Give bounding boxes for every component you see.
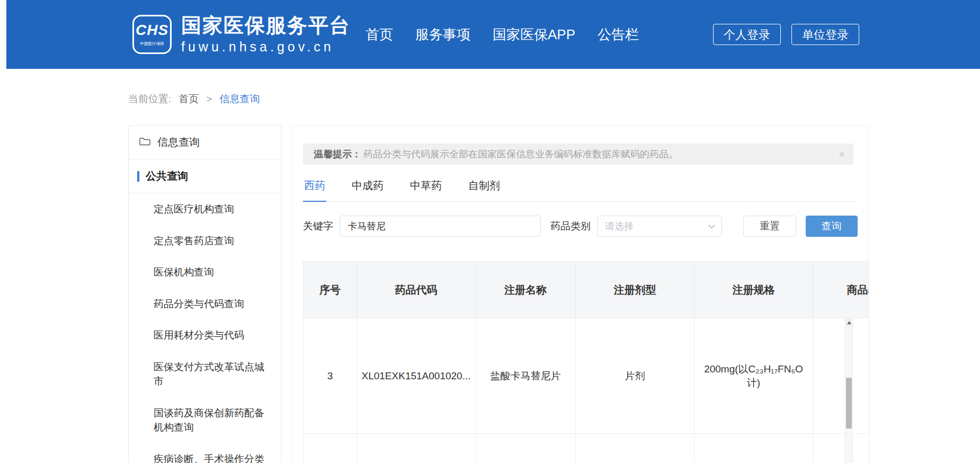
main-panel: 温馨提示： 药品分类与代码展示全部在国家医保信息业务编码标准数据库赋码的药品。 … (292, 125, 869, 463)
keyword-label: 关键字 (303, 219, 333, 233)
sidebar-item-designated-medical-institutions[interactable]: 定点医疗机构查询 (129, 193, 281, 225)
scrollbar-thumb[interactable] (846, 378, 852, 429)
cell-dosage-form: 片剂 (576, 318, 694, 433)
sidebar-root[interactable]: 信息查询 (129, 126, 281, 159)
tab-chinese-patent-medicine[interactable]: 中成药 (351, 179, 385, 201)
cell-brand-name (813, 318, 869, 433)
site-title-block: 国家医保服务平台 fuwu.nhsa.gov.cn (181, 14, 351, 55)
chs-logo-badge: CHS 中国医疗保障 (132, 15, 172, 54)
col-header-seq: 序号 (304, 262, 357, 318)
keyword-input[interactable] (340, 216, 541, 237)
cell-seq: 3 (304, 318, 357, 433)
drug-category-select[interactable]: 请选择 (597, 216, 722, 237)
sidebar-item-negotiated-drug-institutions[interactable]: 国谈药及商保创新药配备机构查询 (129, 397, 281, 443)
breadcrumb: 当前位置: 首页 > 信息查询 (128, 92, 980, 106)
login-buttons: 个人登录 单位登录 (713, 24, 859, 45)
site-header: CHS 中国医疗保障 国家医保服务平台 fuwu.nhsa.gov.cn 首页 … (6, 0, 980, 69)
sidebar-section-public-query[interactable]: 公共查询 (129, 159, 281, 193)
folder-icon (139, 136, 150, 148)
cell-empty (576, 434, 694, 463)
sidebar: 信息查询 公共查询 定点医疗机构查询 定点零售药店查询 医保机构查询 药品分类与… (128, 125, 281, 463)
nav-item-services[interactable]: 服务事项 (415, 25, 470, 44)
site-logo: CHS 中国医疗保障 国家医保服务平台 fuwu.nhsa.gov.cn (132, 14, 351, 55)
col-header-dosage-form: 注册剂型 (576, 262, 694, 318)
cell-registered-name: 盐酸卡马替尼片 (476, 318, 576, 433)
nav-item-home[interactable]: 首页 (366, 25, 393, 44)
col-header-drug-code: 药品代码 (357, 262, 476, 318)
page-content: 信息查询 公共查询 定点医疗机构查询 定点零售药店查询 医保机构查询 药品分类与… (128, 125, 980, 463)
sidebar-item-medical-insurance-agencies[interactable]: 医保机构查询 (129, 256, 281, 288)
cell-empty (476, 434, 576, 463)
breadcrumb-home-link[interactable]: 首页 (179, 92, 199, 106)
notice-text: 药品分类与代码展示全部在国家医保信息业务编码标准数据库赋码的药品。 (363, 148, 678, 161)
cell-drug-code: XL01EXK151A001020... (357, 318, 476, 433)
chs-logo-text: CHS (136, 22, 168, 39)
breadcrumb-separator: > (206, 93, 212, 105)
table-scrollbar[interactable] (845, 318, 853, 463)
unit-login-button[interactable]: 单位登录 (791, 24, 859, 45)
notice-bar: 温馨提示： 药品分类与代码展示全部在国家医保信息业务编码标准数据库赋码的药品。 … (303, 144, 853, 165)
nav-item-app[interactable]: 国家医保APP (493, 25, 575, 44)
search-button[interactable]: 查询 (806, 216, 858, 237)
chevron-down-icon (709, 222, 716, 229)
site-title: 国家医保服务平台 (181, 14, 351, 38)
col-header-brand-name: 商品名 (813, 262, 869, 318)
breadcrumb-current: 信息查询 (219, 92, 260, 106)
cell-spec: 200mg(以C₂₃H₁₇FN₆O计) (694, 318, 813, 433)
reset-button[interactable]: 重置 (743, 216, 796, 237)
table-row[interactable]: 3 XL01EXK151A001020... 盐酸卡马替尼片 片剂 200mg(… (304, 318, 869, 433)
sidebar-item-designated-retail-pharmacies[interactable]: 定点零售药店查询 (129, 225, 281, 257)
cell-empty (813, 434, 869, 463)
sidebar-item-payment-reform-pilot-cities[interactable]: 医保支付方式改革试点城市 (129, 351, 281, 397)
notice-close-icon[interactable]: × (839, 148, 845, 161)
section-indicator-bar (137, 171, 139, 182)
main-nav: 首页 服务事项 国家医保APP 公告栏 (366, 25, 639, 44)
col-header-registered-name: 注册名称 (476, 262, 576, 318)
sidebar-root-label: 信息查询 (157, 135, 200, 149)
sidebar-item-disease-diagnosis-code[interactable]: 疾病诊断、手术操作分类与代码 (129, 443, 281, 463)
table-header-row: 序号 药品代码 注册名称 注册剂型 注册规格 商品名 (304, 262, 869, 318)
category-tabs: 西药 中成药 中草药 自制剂 (303, 179, 858, 202)
sidebar-item-medical-consumables-code[interactable]: 医用耗材分类与代码 (129, 319, 281, 351)
table-row-partial[interactable] (304, 433, 869, 463)
sidebar-item-drug-classification-code[interactable]: 药品分类与代码查询 (129, 288, 281, 320)
results-table: 序号 药品代码 注册名称 注册剂型 注册规格 商品名 3 XL01EXK151A… (303, 261, 869, 463)
personal-login-button[interactable]: 个人登录 (713, 24, 781, 45)
notice-prefix: 温馨提示： (314, 148, 361, 161)
cell-empty (694, 434, 813, 463)
cell-empty (357, 434, 476, 463)
sidebar-section-label: 公共查询 (146, 169, 188, 183)
breadcrumb-label: 当前位置: (128, 92, 171, 106)
drug-category-label: 药品类别 (550, 219, 591, 233)
scroll-up-arrow-icon (847, 321, 851, 324)
select-placeholder: 请选择 (605, 220, 634, 233)
nav-item-announcements[interactable]: 公告栏 (598, 25, 639, 44)
col-header-spec: 注册规格 (694, 262, 813, 318)
scroll-up-button[interactable] (845, 318, 852, 327)
tab-chinese-herbal-medicine[interactable]: 中草药 (409, 179, 443, 201)
site-url: fuwu.nhsa.gov.cn (181, 39, 351, 55)
chs-logo-subtext: 中国医疗保障 (140, 41, 164, 47)
tab-western-medicine[interactable]: 西药 (303, 179, 326, 202)
cell-empty (304, 434, 357, 463)
filter-row: 关键字 药品类别 请选择 重置 查询 (303, 216, 858, 237)
tab-self-prepared[interactable]: 自制剂 (467, 179, 501, 201)
